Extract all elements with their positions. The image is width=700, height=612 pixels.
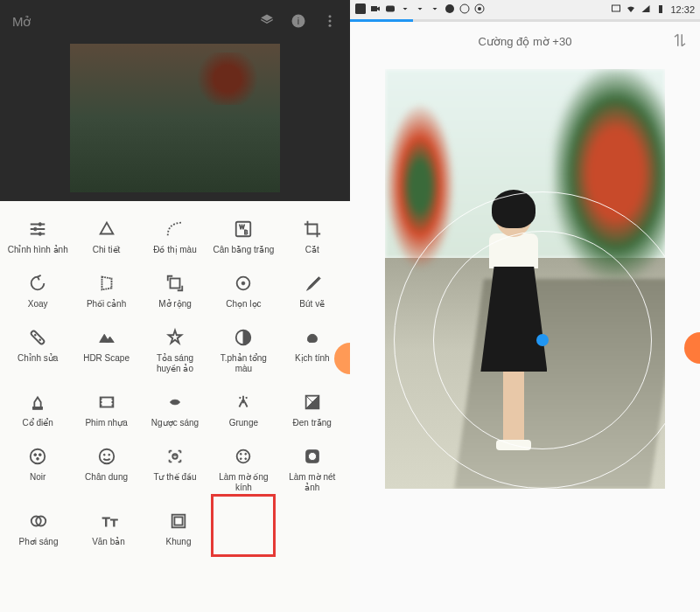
svg-point-31: [175, 456, 176, 456]
film-icon: [96, 392, 117, 413]
svg-point-2: [329, 15, 332, 17]
tools-panel: Chỉnh hình ảnh Chi tiết Đồ thị màu WBCân…: [0, 201, 350, 612]
svg-point-35: [241, 458, 242, 460]
tool-bw[interactable]: Đen trắng: [281, 388, 344, 432]
tool-rotate[interactable]: Xoay: [6, 269, 69, 313]
tool-label: Cân bằng trắng: [213, 245, 274, 255]
healing-icon: [27, 327, 48, 348]
tool-noir[interactable]: Noir: [6, 442, 69, 497]
svg-rect-19: [100, 398, 113, 407]
tool-tonal[interactable]: T.phản tổng màu: [212, 323, 275, 378]
tool-curves[interactable]: Đồ thị màu: [144, 215, 206, 259]
svg-rect-45: [371, 6, 377, 11]
tool-retrolux[interactable]: Ngược sáng: [144, 388, 206, 432]
tool-label: Chỉnh hình ảnh: [8, 245, 68, 255]
svg-point-36: [245, 458, 247, 460]
right-phone: 12:32 Cường độ mờ +30: [350, 0, 700, 612]
perspective-icon: [96, 273, 117, 294]
facebook-icon: [355, 3, 366, 16]
svg-point-25: [37, 457, 39, 460]
svg-rect-11: [170, 279, 179, 289]
tool-doubleexposure[interactable]: Phơi sáng: [7, 507, 70, 551]
svg-rect-44: [355, 3, 366, 14]
svg-rect-52: [659, 5, 662, 13]
tool-film[interactable]: Phim nhựa: [75, 388, 138, 432]
tool-drama[interactable]: Kịch tính: [281, 323, 344, 378]
tool-label: Tỏa sáng huyền ảo: [144, 353, 206, 374]
svg-point-24: [39, 454, 42, 456]
expand-icon: [164, 273, 186, 294]
rotate-icon: [27, 273, 48, 294]
sync-icon: [474, 3, 485, 16]
tool-healing[interactable]: Chỉnh sửa: [6, 323, 69, 378]
tool-tune[interactable]: Chỉnh hình ảnh: [6, 215, 69, 259]
tool-vignette[interactable]: Làm mờ nét ảnh: [281, 442, 344, 497]
tool-label: Làm mờ nét ảnh: [282, 472, 343, 493]
vintage-icon: [27, 392, 48, 413]
svg-point-50: [478, 7, 481, 10]
svg-point-32: [237, 450, 250, 463]
wb-icon: WB: [233, 219, 254, 240]
info-icon[interactable]: i: [290, 13, 306, 31]
battery-icon: [655, 3, 666, 16]
tool-vintage[interactable]: Cổ điển: [6, 388, 69, 432]
tool-grunge[interactable]: Grunge: [212, 388, 275, 432]
svg-point-28: [108, 454, 109, 456]
tool-expand[interactable]: Mở rộng: [144, 269, 206, 313]
hdr-icon: [96, 327, 117, 348]
canvas-area[interactable]: [350, 60, 700, 611]
tool-perspective[interactable]: Phối cảnh: [75, 269, 138, 313]
tool-brush[interactable]: Bút vẽ: [281, 269, 344, 313]
svg-point-29: [172, 454, 178, 459]
more-icon[interactable]: [322, 13, 338, 31]
compare-icon[interactable]: [672, 32, 688, 51]
left-phone: Mở i Chỉnh hình ảnh Chi tiết Đồ thị màu …: [0, 0, 350, 612]
open-label[interactable]: Mở: [12, 14, 32, 30]
download-icon: [430, 3, 440, 16]
vignette-icon: [302, 446, 323, 467]
svg-point-20: [242, 400, 246, 403]
svg-point-38: [308, 452, 316, 460]
tool-text[interactable]: TᴛVăn bản: [77, 507, 140, 551]
blur-center-handle[interactable]: [536, 334, 549, 346]
edited-photo[interactable]: [385, 69, 665, 489]
svg-text:i: i: [298, 15, 299, 25]
edit-header: Cường độ mờ +30: [350, 22, 700, 60]
tool-label: Tư thế đầu: [153, 472, 196, 483]
photo-preview[interactable]: [70, 44, 280, 192]
svg-rect-46: [386, 6, 395, 12]
tool-glamour[interactable]: Tỏa sáng huyền ảo: [144, 323, 206, 378]
svg-point-6: [34, 227, 38, 231]
svg-point-22: [31, 449, 46, 464]
blur-value-label: Cường độ mờ +30: [479, 35, 572, 48]
details-icon: [96, 219, 117, 240]
glamour-icon: [164, 327, 186, 348]
tool-hdr[interactable]: HDR Scape: [75, 323, 138, 378]
svg-point-34: [245, 453, 247, 455]
cast-icon: [611, 3, 621, 16]
tool-headpose[interactable]: Tư thế đầu: [144, 442, 206, 497]
bw-icon: [302, 392, 323, 413]
youtube-icon: [385, 3, 396, 16]
tool-label: Mở rộng: [158, 299, 192, 309]
wifi-icon: [626, 3, 636, 16]
svg-point-26: [99, 449, 114, 464]
svg-point-7: [38, 233, 42, 236]
status-bar: 12:32: [350, 0, 700, 19]
tool-selective[interactable]: Chọn lọc: [212, 269, 275, 313]
text-icon: Tᴛ: [98, 511, 119, 532]
tool-label: Ngược sáng: [151, 418, 199, 428]
tool-label: Phim nhựa: [85, 418, 127, 428]
svg-point-4: [329, 24, 332, 26]
tool-label: Khung: [166, 537, 192, 547]
svg-point-27: [103, 454, 105, 456]
tool-details[interactable]: Chi tiết: [75, 215, 138, 259]
tool-crop[interactable]: Cắt: [281, 215, 344, 259]
tool-frame[interactable]: Khung: [147, 507, 210, 551]
tonal-icon: [233, 327, 254, 348]
tool-lensblur[interactable]: Làm mờ ống kính: [212, 442, 275, 497]
tool-whitebalance[interactable]: WBCân bằng trắng: [212, 215, 275, 259]
layers-icon[interactable]: [259, 13, 275, 31]
tool-portrait[interactable]: Chân dung: [75, 442, 138, 497]
svg-point-16: [39, 339, 41, 341]
